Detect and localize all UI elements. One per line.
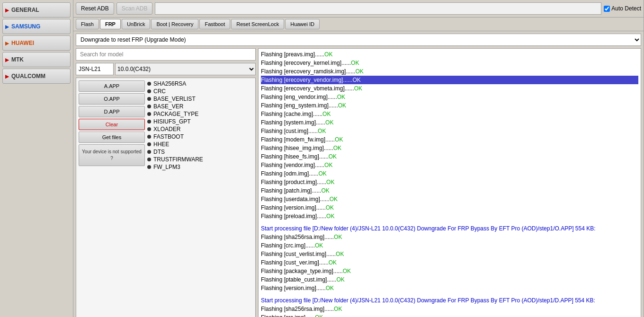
check-item: CRC xyxy=(147,88,253,95)
auto-detect-container: Auto Detect xyxy=(604,5,641,12)
dot-icon xyxy=(147,142,151,146)
log-line: Flashing [preload.img]......OK xyxy=(261,212,638,220)
reset-adb-button[interactable]: Reset ADB xyxy=(76,2,114,15)
dot-icon xyxy=(147,97,151,101)
dot-icon xyxy=(147,150,151,154)
sidebar-item-mtk[interactable]: ▶ MTK xyxy=(2,52,71,67)
a-app-button[interactable]: A.APP xyxy=(79,80,145,92)
sidebar-item-huawei[interactable]: ▶ HUAWEI xyxy=(2,35,71,51)
log-line: Flashing [hisee_img.img]......OK xyxy=(261,144,638,152)
log-line xyxy=(261,220,638,224)
check-item: SHA256RSA xyxy=(147,80,253,87)
model-input[interactable] xyxy=(76,63,114,75)
check-item: BASE_VERLIST xyxy=(147,96,253,102)
log-line: Flashing [eng_vendor.img]......OK xyxy=(261,93,638,101)
arrow-icon: ▶ xyxy=(5,41,9,46)
toolbar-input[interactable] xyxy=(155,2,601,15)
sidebar-item-label: MTK xyxy=(11,56,24,63)
mode-dropdown[interactable]: Downgrade to reset FRP (Upgrade Mode) xyxy=(76,34,641,46)
check-label: BASE_VER xyxy=(153,103,183,110)
tab-huawei-id[interactable]: Huawei ID xyxy=(285,19,320,29)
tab-boot-recovery[interactable]: Boot | Recovery xyxy=(151,19,198,29)
check-label: FASTBOOT xyxy=(153,133,184,140)
tabs-bar: Flash FRP UnBrick Boot | Recovery Fastbo… xyxy=(73,18,644,31)
check-label: HHEE xyxy=(153,141,169,148)
log-line: Flashing [erecovery_vendor.img]......OK xyxy=(261,76,638,84)
version-select[interactable]: 10.0.0(C432) xyxy=(115,63,256,75)
log-line: Flashing [modem_fw.img]......OK xyxy=(261,135,638,144)
left-panel: 10.0.0(C432) A.APP O.APP D.APP Clear Get… xyxy=(76,48,256,317)
clear-button[interactable]: Clear xyxy=(79,119,145,130)
check-item: PACKAGE_TYPE xyxy=(147,111,253,117)
panel: Downgrade to reset FRP (Upgrade Mode) 10… xyxy=(73,31,644,317)
sidebar-item-label: QUALCOMM xyxy=(11,73,45,79)
check-label: SHA256RSA xyxy=(153,80,186,87)
dot-icon xyxy=(147,105,151,108)
firmware-area: A.APP O.APP D.APP Clear Get files Your d… xyxy=(76,78,256,317)
check-label: FW_LPM3 xyxy=(153,164,180,170)
log-line: Flashing [crc.img]......OK xyxy=(261,313,638,317)
log-line: Flashing [sha256rsa.img]......OK xyxy=(261,233,638,241)
arrow-icon: ▶ xyxy=(5,24,9,29)
log-line: Start processing file [D:/New folder (4)… xyxy=(261,224,638,233)
sidebar-item-samsung[interactable]: ▶ SAMSUNG xyxy=(2,19,71,34)
check-label: XLOADER xyxy=(153,126,180,132)
dropdown-row: Downgrade to reset FRP (Upgrade Mode) xyxy=(76,34,641,46)
log-line: Flashing [hisee_fs.img]......OK xyxy=(261,152,638,161)
log-line: Flashing [erecovery_vbmeta.img]......OK xyxy=(261,84,638,93)
d-app-button[interactable]: D.APP xyxy=(79,106,145,117)
dot-icon xyxy=(147,82,151,86)
sidebar-item-general[interactable]: ▶ GENERAL xyxy=(2,2,71,18)
arrow-icon: ▶ xyxy=(5,8,9,13)
check-label: CRC xyxy=(153,88,166,95)
log-line xyxy=(261,292,638,296)
log-line: Flashing [version.img]......OK xyxy=(261,284,638,292)
check-item: XLOADER xyxy=(147,126,253,132)
tab-frp[interactable]: FRP xyxy=(100,19,121,29)
check-item: HISIUFS_GPT xyxy=(147,118,253,125)
log-line: Flashing [cust_ver.img]......OK xyxy=(261,258,638,267)
sidebar: ▶ GENERAL ▶ SAMSUNG ▶ HUAWEI ▶ MTK ▶ QUA… xyxy=(0,0,73,317)
log-line: Flashing [odm.img]......OK xyxy=(261,169,638,178)
log-line: Flashing [preavs.img]......OK xyxy=(261,50,638,59)
log-line: Flashing [vendor.img]......OK xyxy=(261,161,638,169)
auto-detect-checkbox[interactable] xyxy=(604,6,610,12)
sidebar-item-qualcomm[interactable]: ▶ QUALCOMM xyxy=(2,69,71,84)
check-item: FASTBOOT xyxy=(147,133,253,140)
log-line: Flashing [package_type.img]......OK xyxy=(261,267,638,275)
log-line: Flashing [eng_system.img]......OK xyxy=(261,101,638,110)
check-label: DTS xyxy=(153,149,165,155)
tab-flash[interactable]: Flash xyxy=(76,19,99,29)
log-line: Flashing [cache.img]......OK xyxy=(261,110,638,118)
check-label: PACKAGE_TYPE xyxy=(153,111,198,117)
check-item: BASE_VER xyxy=(147,103,253,110)
dot-icon xyxy=(147,112,151,116)
dot-icon xyxy=(147,89,151,93)
check-item: FW_LPM3 xyxy=(147,164,253,170)
log-line: Flashing [userdata.img]......OK xyxy=(261,195,638,203)
model-row: 10.0.0(C432) xyxy=(76,63,256,75)
scan-adb-button[interactable]: Scan ADB xyxy=(116,2,153,15)
toolbar: Reset ADB Scan ADB Auto Detect xyxy=(73,0,644,18)
panel-body: 10.0.0(C432) A.APP O.APP D.APP Clear Get… xyxy=(76,48,641,317)
check-item: DTS xyxy=(147,149,253,155)
log-line: Flashing [cust_verlist.img]......OK xyxy=(261,250,638,258)
device-not-supported-button[interactable]: Your device is not supported ? xyxy=(79,144,145,166)
sidebar-item-label: HUAWEI xyxy=(11,40,34,46)
tab-reset-screenlock[interactable]: Reset ScreenLock xyxy=(231,19,284,29)
tab-unbrick[interactable]: UnBrick xyxy=(122,19,151,29)
check-item: TRUSTFIRMWARE xyxy=(147,156,253,163)
o-app-button[interactable]: O.APP xyxy=(79,93,145,105)
main-content: Reset ADB Scan ADB Auto Detect Flash FRP… xyxy=(73,0,644,317)
checklist: SHA256RSA CRC BASE_VERLIST BASE_VER PACK… xyxy=(147,80,253,317)
auto-detect-label: Auto Detect xyxy=(611,5,641,12)
tab-fastboot[interactable]: Fastboot xyxy=(199,19,230,29)
log-line: Flashing [product.img]......OK xyxy=(261,178,638,186)
log-line: Flashing [system.img]......OK xyxy=(261,118,638,127)
log-line: Flashing [cust.img]......OK xyxy=(261,127,638,135)
file-buttons: A.APP O.APP D.APP Clear Get files Your d… xyxy=(79,80,145,317)
get-files-button[interactable]: Get files xyxy=(79,132,145,143)
log-line: Flashing [sha256rsa.img]......OK xyxy=(261,305,638,313)
sidebar-item-label: SAMSUNG xyxy=(11,23,40,30)
search-input[interactable] xyxy=(76,48,256,61)
